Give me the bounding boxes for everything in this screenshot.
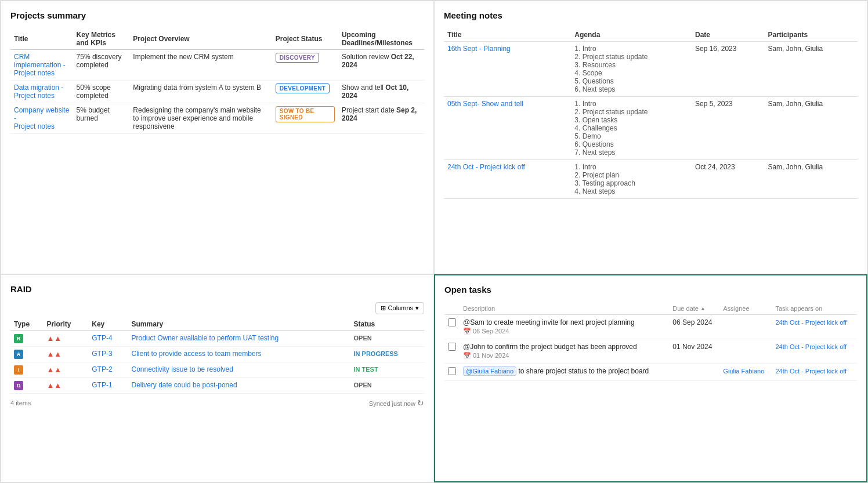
meeting-col-participants: Participants [764,28,858,42]
agenda-item: 3. Testing approach [574,179,688,187]
tasks-col-appears: Task appears on [772,303,858,315]
columns-label: Columns [388,304,413,311]
raid-title: RAID [10,284,424,294]
project-title-link[interactable]: Company website -Project notes [14,106,69,130]
meeting-col-agenda: Agenda [571,28,692,42]
raid-key-link[interactable]: GTP-2 [92,365,112,373]
tasks-col-assignee: Assignee [719,303,772,315]
sync-icon[interactable]: ↻ [417,398,424,408]
table-row: 16th Sept - Planning 1. Intro2. Project … [444,42,858,97]
type-icon: R [14,334,23,343]
projects-col-metrics: Key Metricsand KPIs [73,28,130,50]
status-badge: DEVELOPMENT [276,83,330,93]
raid-type-cell: D [10,377,43,393]
raid-key-link[interactable]: GTP-3 [92,350,112,358]
task-desc: @Giulia Fabiano to share project status … [463,367,666,375]
raid-summary-cell: Product Owner available to perform UAT t… [128,331,350,346]
raid-summary-link[interactable]: Product Owner available to perform UAT t… [132,334,279,342]
raid-col-priority: Priority [43,318,88,331]
task-desc-cell: @Sam to create meeting invite for next p… [460,314,669,339]
raid-summary-link[interactable]: Client to provide access to team members [132,350,262,358]
meeting-title: Meeting notes [444,10,858,20]
agenda-item: 4. Scope [574,69,688,77]
task-check-cell [444,339,460,363]
project-status-cell: DISCOVERY [272,50,338,81]
agenda-item: 1. Intro [574,100,688,108]
raid-panel: RAID ⊞ Columns ▾ Type Priority Key Summa… [1,274,434,483]
raid-summary-link[interactable]: Delivery date could be post-poned [132,381,237,389]
raid-summary-link[interactable]: Connectivity issue to be resolved [132,365,233,373]
raid-items-count: 4 items [10,400,31,406]
task-assignee-cell: Giulia Fabiano [719,363,772,380]
raid-status-badge: OPEN [354,335,372,342]
projects-title: Projects summary [10,10,424,20]
tasks-col-duedate: Due date ▲ [669,303,719,315]
task-assignee-cell [719,339,772,363]
project-overview-cell: Migrating data from system A to system B [129,81,272,103]
agenda-item: 4. Next steps [574,187,688,195]
task-appears-link[interactable]: 24th Oct - Project kick off [776,319,847,326]
tasks-col-check [444,303,460,315]
task-appears-cell: 24th Oct - Project kick off [772,314,858,339]
raid-col-type: Type [10,318,43,331]
columns-button[interactable]: ⊞ Columns ▾ [375,302,424,314]
raid-status-badge: OPEN [354,382,372,388]
task-date-sub: 📅 06 Sep 2024 [463,328,666,335]
sort-asc-icon: ▲ [700,306,706,311]
agenda-item: 2. Project plan [574,171,688,179]
task-appears-link[interactable]: 24th Oct - Project kick off [776,343,847,350]
table-row: R ▲▲ GTP-4 Product Owner available to pe… [10,331,424,346]
mention-tag: @Giulia Fabiano [463,366,516,376]
type-icon: A [14,350,23,359]
raid-key-link[interactable]: GTP-4 [92,334,112,342]
task-date-sub-text: 01 Nov 2024 [473,352,509,359]
type-icon: D [14,381,23,390]
task-appears-link[interactable]: 24th Oct - Project kick off [776,368,847,375]
task-checkbox[interactable] [448,318,456,326]
meeting-agenda-cell: 1. Intro2. Project plan3. Testing approa… [571,160,692,199]
project-title-link[interactable]: CRM implementation -Project notes [14,53,66,77]
priority-icon: ▲▲ [46,350,62,358]
raid-status-cell: IN PROGRESS [350,346,425,362]
table-row: D ▲▲ GTP-1 Delivery date could be post-p… [10,377,424,393]
raid-footer: 4 items Synced just now ↻ [10,398,424,408]
task-duedate-cell: 01 Nov 2024 [669,339,719,363]
task-duedate-cell: 06 Sep 2024 [669,314,719,339]
table-row: CRM implementation -Project notes 75% di… [10,50,424,81]
project-metrics-cell: 5% budget burned [73,103,130,134]
open-tasks-panel: Open tasks Description Due date ▲ Assign… [434,274,867,483]
task-date-sub-text: 06 Sep 2024 [473,328,509,335]
assignee-link[interactable]: Giulia Fabiano [723,368,764,375]
agenda-item: 2. Project status update [574,53,688,61]
project-title-cell: Data migration -Project notes [10,81,73,103]
task-date-sub: 📅 01 Nov 2024 [463,352,666,359]
task-checkbox[interactable] [448,343,456,351]
project-title-cell: Company website -Project notes [10,103,73,134]
status-badge: SOW TO BE SIGNED [276,106,335,122]
project-title-link[interactable]: Data migration -Project notes [14,83,63,100]
table-row: 24th Oct - Project kick off 1. Intro2. P… [444,160,858,199]
raid-status-cell: OPEN [350,331,425,346]
meeting-title-cell[interactable]: 05th Sept- Show and tell [444,97,571,160]
calendar-icon: 📅 [463,328,471,335]
meeting-date-cell: Sep 5, 2023 [692,97,764,160]
meeting-title-cell[interactable]: 16th Sept - Planning [444,42,571,97]
raid-status-badge: IN PROGRESS [354,350,398,357]
raid-col-key: Key [88,318,128,331]
projects-table: Title Key Metricsand KPIs Project Overvi… [10,28,424,134]
raid-toolbar: ⊞ Columns ▾ [10,302,424,314]
meeting-participants-cell: Sam, John, Giulia [764,160,858,199]
agenda-item: 5. Questions [574,77,688,85]
task-checkbox[interactable] [448,367,456,375]
tasks-title: Open tasks [444,285,857,295]
agenda-item: 6. Questions [574,140,688,148]
raid-key-cell: GTP-4 [88,331,128,346]
tasks-table: Description Due date ▲ Assignee Task app… [444,303,857,381]
project-status-cell: DEVELOPMENT [272,81,338,103]
raid-key-cell: GTP-1 [88,377,128,393]
raid-key-link[interactable]: GTP-1 [92,381,112,389]
agenda-item: 3. Open tasks [574,116,688,124]
meeting-participants-cell: Sam, John, Giulia [764,42,858,97]
meeting-title-cell[interactable]: 24th Oct - Project kick off [444,160,571,199]
agenda-item: 1. Intro [574,163,688,171]
